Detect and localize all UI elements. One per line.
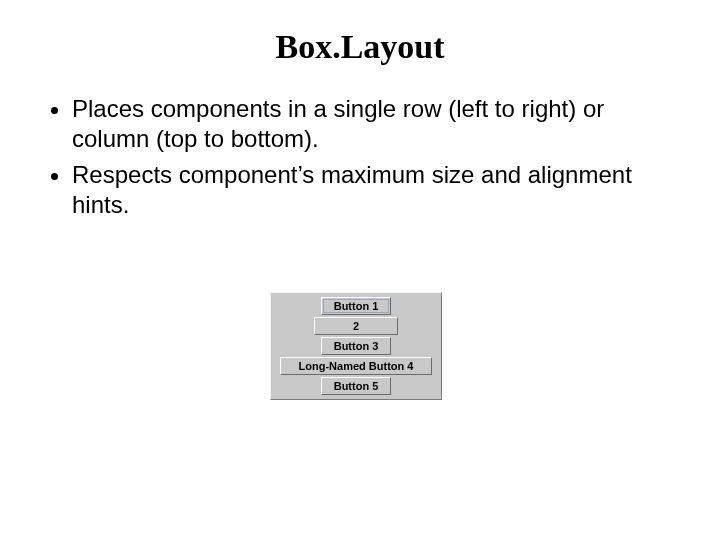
demo-button-5[interactable]: Button 5 — [321, 377, 391, 395]
demo-button-1[interactable]: Button 1 — [321, 297, 391, 315]
list-item: Long-Named Button 4 — [271, 356, 441, 376]
list-item: 2 — [271, 316, 441, 336]
bullet-list: Places components in a single row (left … — [46, 94, 680, 220]
demo-button-2[interactable]: 2 — [314, 317, 398, 335]
slide-title: Box.Layout — [40, 28, 680, 66]
slide: Box.Layout Places components in a single… — [0, 0, 720, 540]
demo-button-4[interactable]: Long-Named Button 4 — [280, 357, 432, 375]
boxlayout-demo-panel: Button 1 2 Button 3 Long-Named Button 4 … — [270, 292, 442, 400]
demo-button-3[interactable]: Button 3 — [321, 337, 391, 355]
list-item: Button 1 — [271, 296, 441, 316]
bullet-item: Respects component’s maximum size and al… — [72, 160, 680, 220]
list-item: Button 3 — [271, 336, 441, 356]
bullet-item: Places components in a single row (left … — [72, 94, 680, 154]
list-item: Button 5 — [271, 376, 441, 396]
